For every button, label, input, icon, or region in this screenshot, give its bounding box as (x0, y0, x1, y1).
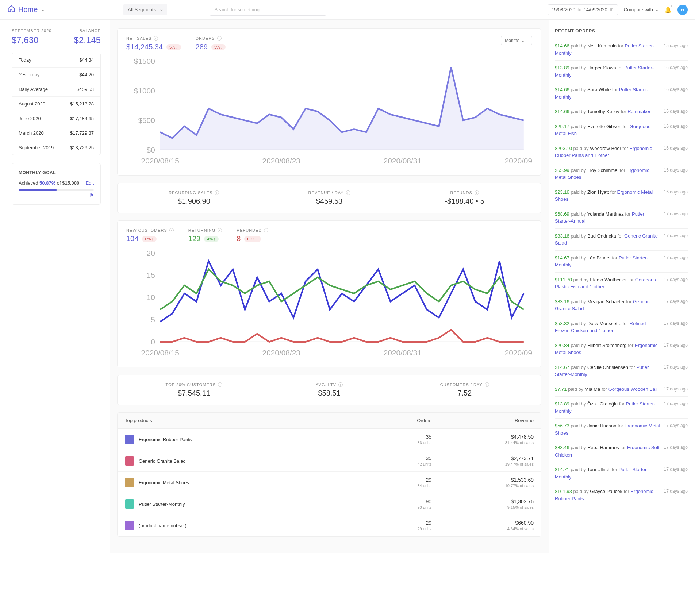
order-row[interactable]: $14.66 paid by Tomothy Kelley for Rainma… (555, 104, 688, 119)
info-icon[interactable]: i (154, 36, 158, 41)
notifications-button[interactable]: 🔔 (664, 6, 672, 13)
period-row[interactable]: August 2020$15,213.28 (12, 97, 100, 111)
order-amount: $14.66 (555, 87, 569, 92)
order-customer: Mia Ma (585, 386, 600, 392)
order-time: 17 days ago (664, 467, 688, 472)
order-row[interactable]: $83.16 paid by Bud Ondricka for Generic … (555, 229, 688, 251)
product-name: Generic Granite Salad (139, 458, 186, 464)
svg-text:5: 5 (151, 315, 155, 324)
product-row[interactable]: Ergonomic Rubber Pants3536 units$4,478.5… (118, 429, 541, 450)
order-row[interactable]: $14.71 paid by Toni Ullrich for Putler S… (555, 462, 688, 484)
product-units: 36 units (329, 440, 431, 445)
order-time: 17 days ago (664, 343, 688, 348)
order-row[interactable]: $29.17 paid by Everette Gibson for Gorge… (555, 119, 688, 141)
order-row[interactable]: $83.46 paid by Reba Hammes for Ergonomic… (555, 440, 688, 462)
order-product[interactable]: Gorgeous Wooden Ball (608, 386, 657, 392)
order-amount: $13.89 (555, 401, 569, 407)
goal-target: $15,000 (62, 180, 79, 186)
order-customer: Hilbert Stoltenberg (587, 343, 627, 348)
avatar-face-icon: •• (681, 7, 684, 13)
order-row[interactable]: $14.66 paid by Nelli Kumpula for Putler … (555, 39, 688, 61)
period-table: Today$44.34Yesterday$44.20Daily Average$… (12, 53, 101, 155)
order-row[interactable]: $68.69 paid by Yolanda Martinez for Putl… (555, 207, 688, 229)
order-product[interactable]: Rainmaker (627, 109, 650, 114)
order-amount: $14.67 (555, 255, 569, 261)
info-icon[interactable]: i (217, 36, 222, 41)
info-icon[interactable]: i (218, 228, 222, 232)
product-row[interactable]: (product name not set)2929 units$660.904… (118, 515, 541, 536)
order-row[interactable]: $14.67 paid by Léo Brunet for Putler Sta… (555, 251, 688, 273)
order-row[interactable]: $111.70 paid by Eladio Wintheiser for Go… (555, 273, 688, 294)
segments-select[interactable]: All Segments (123, 4, 167, 15)
product-icon (125, 435, 134, 444)
order-row[interactable]: $13.89 paid by Harper Slawa for Putler S… (555, 61, 688, 82)
top-products-card: Top products Orders Revenue Ergonomic Ru… (117, 412, 541, 537)
info-icon[interactable]: i (218, 382, 222, 387)
order-customer: Janie Hudson (587, 423, 617, 428)
chevron-down-icon: ⌄ (41, 7, 45, 12)
flag-icon: ⚑ (89, 192, 94, 198)
period-row[interactable]: March 2020$17,729.87 (12, 126, 100, 140)
date-range-picker[interactable]: 15/08/2020 to 14/09/2020 🗓 (548, 4, 618, 15)
goal-edit-link[interactable]: Edit (86, 180, 94, 186)
order-row[interactable]: $20.84 paid by Hilbert Stoltenberg for E… (555, 338, 688, 360)
period-row[interactable]: September 2019$13,729.25 (12, 140, 100, 155)
order-amount: $83.16 (555, 299, 569, 304)
compare-dropdown[interactable]: Compare with ⌄ (624, 7, 658, 12)
period-row[interactable]: June 2020$17,484.65 (12, 111, 100, 126)
month-value: $7,630 (12, 35, 51, 45)
product-row[interactable]: Putler Starter-Monthly9090 units$1,302.7… (118, 493, 541, 515)
svg-text:15: 15 (147, 271, 155, 279)
info-icon[interactable]: i (338, 382, 343, 387)
home-link[interactable]: Home ⌄ (7, 5, 45, 15)
product-orders: 90 (329, 498, 431, 504)
order-time: 16 days ago (664, 168, 688, 173)
svg-text:2020/08/31: 2020/08/31 (384, 157, 422, 165)
info-icon[interactable]: i (475, 190, 479, 195)
period-row[interactable]: Today$44.34 (12, 53, 100, 68)
order-customer: Zion Hyatt (587, 189, 609, 195)
col-orders: Orders (329, 418, 431, 423)
product-orders: 35 (329, 434, 431, 440)
order-customer: Cecilie Christensen (587, 365, 628, 370)
products-title: Top products (125, 418, 329, 423)
net-sales-label: NET SALES (126, 36, 151, 41)
order-time: 16 days ago (664, 65, 688, 70)
order-row[interactable]: $58.32 paid by Dock Morissette for Refin… (555, 316, 688, 338)
order-row[interactable]: $65.99 paid by Floy Schimmel for Ergonom… (555, 163, 688, 185)
order-row[interactable]: $7.71 paid by Mia Ma for Gorgeous Wooden… (555, 382, 688, 397)
order-row[interactable]: $161.93 paid by Grayce Paucek for Ergono… (555, 484, 688, 506)
period-row[interactable]: Yesterday$44.20 (12, 68, 100, 82)
order-row[interactable]: $56.73 paid by Janie Hudson for Ergonomi… (555, 419, 688, 440)
svg-text:2020/08/23: 2020/08/23 (262, 349, 300, 357)
order-row[interactable]: $13.89 paid by Özsu Oraloğlu for Putler … (555, 397, 688, 419)
order-time: 16 days ago (664, 87, 688, 92)
product-row[interactable]: Generic Granite Salad3542 units$2,773.71… (118, 450, 541, 472)
period-value: $17,484.65 (70, 116, 94, 121)
order-row[interactable]: $14.66 paid by Sara White for Putler Sta… (555, 82, 688, 104)
info-icon[interactable]: i (485, 382, 489, 387)
period-row[interactable]: Daily Average$459.53 (12, 82, 100, 97)
period-value: $15,213.28 (70, 101, 94, 107)
balance-label: BALANCE (74, 28, 101, 33)
recurring-label: RECURRING SALES (169, 190, 212, 195)
order-row[interactable]: $83.16 paid by Meagan Schaefer for Gener… (555, 294, 688, 316)
info-icon[interactable]: i (169, 228, 174, 232)
search-input[interactable] (210, 4, 326, 16)
info-icon[interactable]: i (264, 228, 268, 232)
refunded-badge: 60% ↓ (244, 236, 261, 242)
svg-text:$1500: $1500 (134, 57, 155, 65)
order-amount: $203.10 (555, 146, 572, 151)
period-selector[interactable]: Months ⌄ (501, 36, 532, 45)
order-row[interactable]: $203.10 paid by Woodrow Beer for Ergonom… (555, 141, 688, 163)
info-icon[interactable]: i (346, 190, 350, 195)
order-customer: Toni Ullrich (587, 467, 611, 472)
order-time: 16 days ago (664, 189, 688, 195)
order-row[interactable]: $23.16 paid by Zion Hyatt for Ergonomic … (555, 185, 688, 207)
order-time: 17 days ago (664, 211, 688, 216)
order-row[interactable]: $14.67 paid by Cecilie Christensen for P… (555, 360, 688, 382)
info-icon[interactable]: i (215, 190, 219, 195)
order-time: 15 days ago (664, 43, 688, 48)
avatar[interactable]: •• (677, 5, 688, 15)
product-row[interactable]: Ergonomic Metal Shoes2934 units$1,533.69… (118, 472, 541, 493)
